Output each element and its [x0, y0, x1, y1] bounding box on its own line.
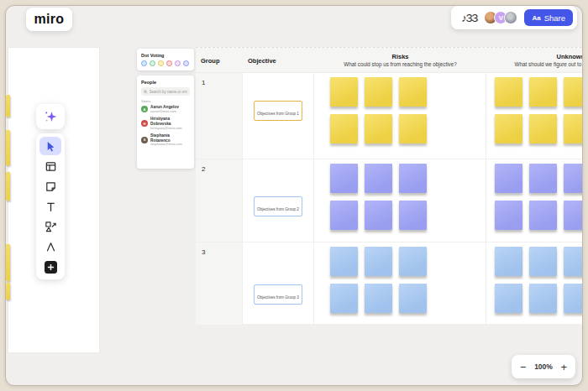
sticky-note[interactable] — [330, 114, 358, 143]
sticky-note[interactable] — [6, 95, 10, 117]
sticky-note[interactable] — [330, 284, 358, 313]
objective-cell: Objectives from Group 1 — [243, 73, 314, 159]
sticky-note[interactable] — [564, 164, 583, 193]
plus-icon — [45, 261, 57, 274]
sticky-note[interactable] — [365, 77, 392, 107]
sticky-note[interactable] — [6, 172, 10, 201]
sticky-note[interactable] — [399, 77, 427, 107]
vote-dot[interactable] — [158, 60, 164, 66]
header-right-card: ♪ЗЗ V Aa Share — [451, 6, 577, 29]
sticky-note[interactable] — [6, 130, 10, 165]
sticky-note[interactable] — [564, 114, 583, 143]
table-row: 1 Objectives from Group 1 — [196, 73, 583, 159]
sticky-note[interactable] — [330, 247, 358, 276]
avatar[interactable] — [504, 11, 517, 24]
collaborator-avatars[interactable]: V — [484, 11, 517, 24]
select-tool-button[interactable] — [39, 137, 61, 155]
sticky-note[interactable] — [529, 247, 557, 276]
sticky-note[interactable] — [365, 114, 392, 143]
templates-tool-button[interactable] — [39, 157, 61, 175]
objective-label: Objectives from Group 3 — [257, 295, 299, 300]
zoom-in-button[interactable]: + — [560, 362, 567, 373]
share-icon: Aa — [532, 14, 540, 22]
vote-dot[interactable] — [175, 60, 181, 66]
objective-text-box[interactable]: Objectives from Group 1 — [254, 101, 302, 121]
shapes-icon — [45, 221, 57, 233]
miro-logo-card[interactable]: miro — [26, 8, 72, 31]
objective-cell: Objectives from Group 2 — [243, 159, 314, 242]
sticky-note[interactable] — [330, 164, 358, 193]
vote-dot[interactable] — [150, 60, 155, 66]
text-tool-button[interactable] — [39, 197, 61, 216]
sticky-note[interactable] — [399, 114, 427, 143]
avatar: H — [141, 120, 148, 127]
dot-voting-dots — [141, 60, 190, 66]
dot-voting-panel: Dot Voting — [137, 49, 194, 70]
objective-cell: Objectives from Group 3 — [243, 242, 314, 325]
sticky-note[interactable] — [564, 77, 583, 107]
group-cell: 3 — [196, 242, 243, 325]
shapes-tool-button[interactable] — [39, 217, 61, 236]
zoom-level[interactable]: 100% — [534, 362, 553, 371]
sticky-note[interactable] — [529, 284, 557, 313]
dot-voting-title: Dot Voting — [141, 53, 190, 58]
pen-tool-button[interactable] — [39, 237, 61, 256]
group-cell: 2 — [196, 159, 243, 242]
table-row: 3 Objectives from Group 3 — [196, 242, 583, 325]
sticky-note[interactable] — [365, 284, 392, 313]
sticky-note[interactable] — [399, 247, 427, 276]
reactions-icon[interactable]: ♪ЗЗ — [461, 12, 477, 24]
share-button[interactable]: Aa Share — [524, 9, 573, 26]
zoom-controls: − 100% + — [512, 355, 575, 378]
sticky-note[interactable] — [399, 201, 427, 230]
sticky-note[interactable] — [495, 164, 522, 193]
people-list-item[interactable]: H Hristiyana Dobrevska hristiyana@miro.c… — [141, 117, 190, 130]
sticky-note[interactable] — [330, 77, 358, 107]
table-header: Group Objective Risks What could stop us… — [196, 48, 583, 73]
sticky-note[interactable] — [6, 283, 10, 300]
sticky-note[interactable] — [365, 164, 392, 193]
vote-dot[interactable] — [183, 60, 189, 66]
sticky-note[interactable] — [495, 114, 522, 143]
ai-assistant-button[interactable] — [39, 107, 61, 126]
people-title: People — [141, 80, 190, 85]
sticky-note[interactable] — [399, 164, 427, 193]
sticky-note-tool-button[interactable] — [39, 177, 61, 196]
risks-cell — [314, 159, 486, 242]
vote-dot[interactable] — [166, 60, 172, 66]
avatar: A — [141, 106, 148, 112]
sticky-note[interactable] — [529, 164, 557, 193]
unknowns-cell — [486, 73, 583, 159]
people-list-item[interactable]: A Aarun Angelov aarun@miro.com — [141, 105, 190, 114]
sticky-note[interactable] — [495, 284, 522, 313]
zoom-out-button[interactable]: − — [520, 362, 527, 373]
sticky-note[interactable] — [529, 77, 557, 107]
search-icon — [144, 90, 148, 94]
sticky-note[interactable] — [495, 77, 522, 107]
sticky-note[interactable] — [365, 201, 392, 230]
column-header-objective: Objective — [243, 48, 314, 72]
objective-text-box[interactable]: Objectives from Group 2 — [254, 196, 302, 216]
sticky-note[interactable] — [564, 247, 583, 276]
column-header-unknowns: Unknowns What should we figure out to re… — [486, 48, 583, 72]
sticky-note[interactable] — [495, 247, 522, 276]
sticky-note[interactable] — [529, 114, 557, 143]
sticky-note[interactable] — [564, 284, 583, 313]
sticky-note[interactable] — [365, 247, 392, 276]
member-email: hristiyana@miro.com — [150, 127, 190, 131]
sticky-note[interactable] — [6, 244, 10, 281]
sticky-note[interactable] — [399, 284, 427, 313]
templates-icon — [45, 160, 57, 173]
vote-dot[interactable] — [141, 60, 147, 66]
sticky-note[interactable] — [330, 201, 358, 230]
column-header-risks: Risks What could stop us from reaching t… — [314, 48, 486, 72]
more-tools-button[interactable] — [39, 258, 61, 276]
member-email: aarun@miro.com — [150, 110, 179, 114]
sticky-note[interactable] — [564, 201, 583, 230]
sticky-note[interactable] — [495, 201, 522, 230]
objective-text-box[interactable]: Objectives from Group 3 — [254, 284, 302, 305]
planning-table[interactable]: Group Objective Risks What could stop us… — [196, 47, 583, 324]
sticky-note[interactable] — [529, 201, 557, 230]
people-list-item[interactable]: S Stephania Rotarenco stephania@miro.com — [141, 133, 190, 147]
people-search-input[interactable]: Search by name or email — [141, 87, 190, 96]
